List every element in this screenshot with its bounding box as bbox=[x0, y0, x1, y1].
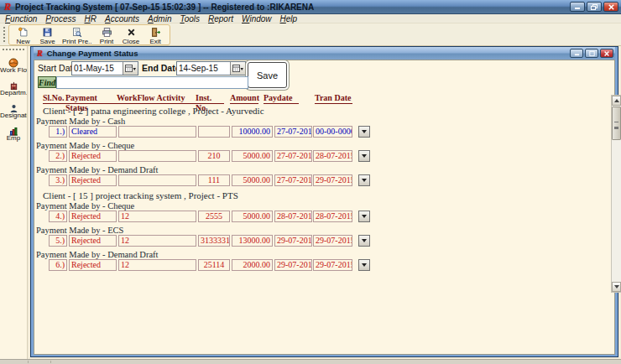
scroll-up-icon[interactable] bbox=[612, 96, 621, 106]
toolbar-button-print[interactable]: Print bbox=[95, 25, 119, 44]
floppy-disk-icon bbox=[42, 26, 53, 37]
end-date-combo bbox=[176, 61, 246, 75]
workflow-icon bbox=[0, 56, 27, 66]
end-date-label: End Date bbox=[142, 63, 180, 73]
toolbar-button-close[interactable]: Close bbox=[119, 25, 144, 44]
cell-amount: 10000.00 bbox=[232, 126, 273, 138]
column-header-tran-date: Tran Date bbox=[315, 93, 352, 104]
toolbar-grip[interactable] bbox=[3, 26, 6, 44]
toolbar: NewSavePrint Pre..PrintCloseExit bbox=[0, 23, 621, 46]
payment-made-by-header: Payment Made by - Cheque bbox=[34, 201, 611, 211]
status-dropdown-icon[interactable] bbox=[358, 174, 370, 186]
cell-workflow-activity bbox=[118, 174, 196, 186]
status-dropdown-icon[interactable] bbox=[358, 126, 370, 138]
client-group-header: Client - [ 15 ] project tracking system … bbox=[34, 190, 611, 201]
menu-item-function[interactable]: Function bbox=[5, 14, 37, 23]
start-date-input[interactable] bbox=[72, 62, 123, 75]
close-x-icon bbox=[126, 26, 137, 37]
column-header-amount: Amount bbox=[230, 93, 258, 104]
exit-door-icon bbox=[150, 26, 161, 37]
table-row: 6.)Rejected12251142000.0029-07-201529-07… bbox=[34, 259, 611, 274]
cell-sl-no: 5.) bbox=[49, 235, 67, 247]
cell-workflow-activity: 12 bbox=[118, 259, 196, 271]
scroll-down-icon[interactable] bbox=[612, 282, 621, 292]
menu-item-window[interactable]: Window bbox=[242, 14, 272, 23]
menu-item-tools[interactable]: Tools bbox=[180, 14, 200, 23]
menu-item-accounts[interactable]: Accounts bbox=[105, 14, 139, 23]
menu-item-help[interactable]: Help bbox=[280, 14, 298, 23]
employee-chart-icon bbox=[0, 124, 27, 134]
status-dropdown-icon[interactable] bbox=[358, 259, 370, 271]
child-minimize-button[interactable] bbox=[570, 49, 583, 58]
cell-amount: 5000.00 bbox=[232, 150, 273, 162]
status-dropdown-icon[interactable] bbox=[358, 235, 370, 247]
cell-inst-no: 25114 bbox=[198, 259, 230, 271]
toolbar-button-exit[interactable]: Exit bbox=[144, 25, 168, 44]
cell-paydate: 27-07-2015 bbox=[274, 174, 312, 186]
app-logo-icon: R bbox=[4, 2, 11, 12]
cell-paydate: 29-07-2015 bbox=[274, 235, 312, 247]
sidebar-item-work-flow[interactable]: Work Flow bbox=[0, 56, 27, 74]
child-maximize-button[interactable] bbox=[585, 49, 598, 58]
sidebar-item-emp[interactable]: Emp bbox=[0, 124, 27, 142]
menu-item-process[interactable]: Process bbox=[45, 14, 76, 23]
print-preview-icon bbox=[71, 26, 82, 37]
vertical-scrollbar[interactable] bbox=[611, 95, 621, 293]
child-content: Start Date End Date Save Find Sl.No.Paym… bbox=[34, 60, 615, 355]
cell-payment-status: Rejected bbox=[69, 259, 117, 271]
child-window-title: Change Payment Status bbox=[47, 49, 568, 58]
cell-inst-no: 2555 bbox=[198, 211, 230, 222]
cell-paydate: 27-07-2015 bbox=[274, 150, 312, 162]
menu-item-hr[interactable]: HR bbox=[84, 14, 96, 23]
cell-sl-no: 4.) bbox=[49, 211, 67, 222]
cell-sl-no: 3.) bbox=[49, 174, 67, 186]
new-document-icon bbox=[18, 26, 29, 37]
minimize-button[interactable] bbox=[570, 2, 585, 12]
find-input[interactable] bbox=[56, 76, 248, 89]
start-date-calendar-dropdown-icon[interactable] bbox=[123, 62, 138, 75]
column-header-workflow-activity: WorkFlow Activity bbox=[117, 93, 197, 104]
scrollbar-thumb[interactable] bbox=[612, 107, 621, 140]
sidebar: Work FlowDepartm...Designati...Emp bbox=[0, 46, 28, 359]
cell-sl-no: 6.) bbox=[49, 259, 67, 271]
sidebar-grip[interactable] bbox=[2, 48, 25, 51]
cell-workflow-activity bbox=[118, 126, 196, 138]
department-icon bbox=[0, 79, 27, 89]
column-header-inst-no: Inst. No. bbox=[196, 93, 224, 104]
cell-amount: 2000.00 bbox=[232, 259, 273, 271]
sidebar-item-label: Designati... bbox=[0, 112, 27, 119]
sidebar-item-designati[interactable]: Designati... bbox=[0, 101, 27, 119]
table-row: 3.)Rejected1115000.0027-07-201529-07-201… bbox=[34, 174, 611, 190]
end-date-input[interactable] bbox=[177, 62, 230, 75]
cell-amount: 13000.00 bbox=[232, 235, 273, 247]
toolbar-button-save[interactable]: Save bbox=[35, 25, 60, 44]
payment-made-by-header: Payment Made by - Cash bbox=[34, 117, 611, 126]
toolbar-button-label: Print Pre.. bbox=[62, 38, 92, 45]
child-window-icon: R bbox=[37, 49, 43, 59]
sidebar-item-departm[interactable]: Departm... bbox=[0, 79, 27, 96]
cell-payment-status: Rejected bbox=[69, 174, 117, 186]
toolbar-button-new[interactable]: New bbox=[11, 25, 35, 44]
restore-button[interactable] bbox=[587, 2, 602, 12]
menu-item-admin[interactable]: Admin bbox=[148, 14, 171, 23]
menu-bar: FunctionProcessHRAccountsAdminToolsRepor… bbox=[0, 14, 621, 23]
status-bar bbox=[0, 359, 621, 364]
cell-inst-no: 111 bbox=[198, 174, 230, 186]
status-dropdown-icon[interactable] bbox=[358, 211, 370, 222]
cell-paydate: 28-07-2015 bbox=[274, 211, 312, 222]
menu-item-report[interactable]: Report bbox=[208, 14, 233, 23]
toolbar-button-label: Close bbox=[123, 38, 139, 45]
cell-inst-no: 3133331 bbox=[198, 235, 230, 247]
designation-person-icon bbox=[0, 101, 27, 112]
table-header-row: Sl.No.Payment StatusWorkFlow ActivityIns… bbox=[34, 93, 611, 104]
save-button[interactable]: Save bbox=[248, 62, 287, 88]
close-button[interactable] bbox=[603, 2, 618, 12]
child-titlebar: R Change Payment Status bbox=[34, 47, 615, 60]
printer-icon bbox=[102, 26, 112, 37]
status-dropdown-icon[interactable] bbox=[358, 150, 370, 162]
end-date-calendar-dropdown-icon[interactable] bbox=[230, 62, 245, 75]
toolbar-button-print-pre[interactable]: Print Pre.. bbox=[60, 25, 95, 44]
column-header-paydate: Paydate bbox=[264, 93, 299, 104]
sidebar-item-label: Departm... bbox=[0, 89, 27, 96]
child-close-button[interactable] bbox=[600, 49, 613, 58]
